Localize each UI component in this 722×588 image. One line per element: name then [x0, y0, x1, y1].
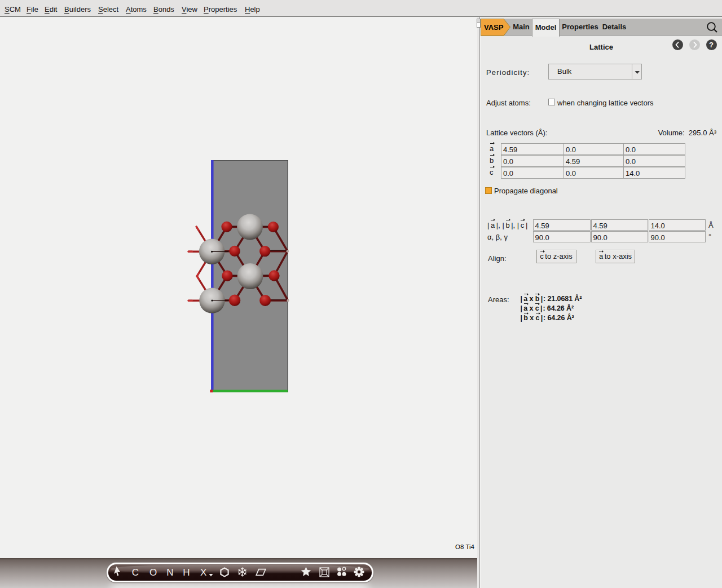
- svg-text:VASP: VASP: [484, 23, 504, 32]
